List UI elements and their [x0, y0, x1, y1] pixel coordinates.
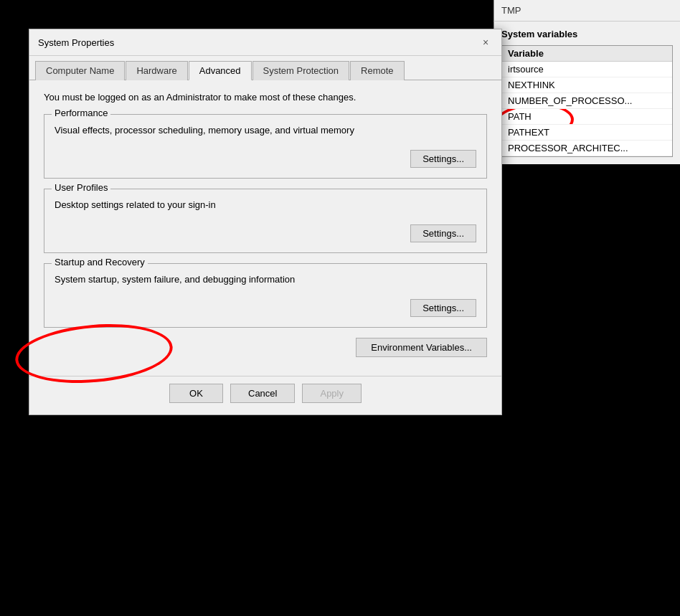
sysvar-row-irtsource[interactable]: irtsource [502, 62, 672, 77]
performance-group: Performance Visual effects, processor sc… [44, 114, 487, 179]
apply-button[interactable]: Apply [302, 384, 362, 403]
performance-legend: Performance [52, 108, 110, 118]
startup-recovery-settings-button[interactable]: Settings... [410, 299, 476, 317]
tab-computer-name[interactable]: Computer Name [35, 61, 125, 80]
sysvar-row-pathext[interactable]: PATHEXT [502, 125, 672, 141]
sysvar-row-proc-arch[interactable]: PROCESSOR_ARCHITEC... [502, 141, 672, 156]
sysvar-row-nexthink[interactable]: NEXTHINK [502, 77, 672, 93]
user-profiles-desc: Desktop settings related to your sign-in [55, 199, 476, 210]
tab-system-protection[interactable]: System Protection [252, 61, 350, 80]
user-profiles-group: User Profiles Desktop settings related t… [44, 189, 487, 253]
startup-recovery-legend: Startup and Recovery [52, 257, 148, 267]
performance-settings-button[interactable]: Settings... [410, 150, 476, 168]
tab-advanced[interactable]: Advanced [189, 61, 252, 80]
environment-variables-button[interactable]: Environment Variables... [356, 338, 487, 357]
tmp-label: TMP [501, 5, 521, 16]
system-variables-panel: System variables Variable irtsource NEXT… [494, 22, 680, 164]
startup-recovery-desc: System startup, system failure, and debu… [55, 274, 476, 285]
sysvar-column-header: Variable [502, 46, 672, 62]
sysvar-row-path[interactable]: PATH [502, 109, 672, 125]
tab-remote[interactable]: Remote [350, 61, 405, 80]
system-properties-dialog: System Properties × Computer Name Hardwa… [29, 29, 502, 415]
path-annotation-circle [502, 109, 575, 125]
performance-desc: Visual effects, processor scheduling, me… [55, 125, 476, 136]
user-profiles-settings-button[interactable]: Settings... [410, 224, 476, 242]
system-variables-table: Variable irtsource NEXTHINK NUMBER_OF_PR… [501, 45, 673, 157]
tab-hardware[interactable]: Hardware [126, 61, 187, 80]
dialog-content: You must be logged on as an Administrato… [29, 80, 501, 376]
env-var-area: Environment Variables... [44, 338, 487, 357]
sysvar-row-num-processors[interactable]: NUMBER_OF_PROCESSO... [502, 93, 672, 109]
startup-recovery-group: Startup and Recovery System startup, sys… [44, 263, 487, 328]
dialog-title: System Properties [38, 37, 114, 48]
ok-button[interactable]: OK [169, 384, 223, 403]
cancel-button[interactable]: Cancel [230, 384, 295, 403]
dialog-close-button[interactable]: × [478, 35, 493, 49]
dialog-titlebar: System Properties × [29, 29, 501, 56]
dialog-button-bar: OK Cancel Apply [29, 376, 501, 414]
system-variables-title: System variables [501, 29, 673, 39]
tab-bar: Computer Name Hardware Advanced System P… [29, 56, 501, 80]
user-profiles-legend: User Profiles [52, 182, 110, 193]
tmp-row: TMP [494, 0, 680, 22]
admin-notice: You must be logged on as an Administrato… [44, 92, 487, 103]
